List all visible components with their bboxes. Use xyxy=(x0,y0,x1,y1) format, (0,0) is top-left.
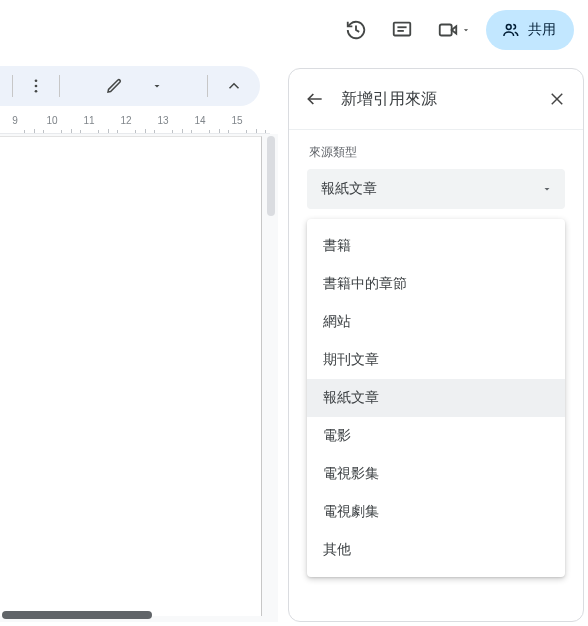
video-icon xyxy=(437,19,459,41)
ruler-tick xyxy=(98,130,99,133)
horizontal-ruler[interactable]: 9101112131415 xyxy=(0,112,270,134)
ruler-number: 13 xyxy=(157,115,168,126)
ruler-tick xyxy=(43,130,44,133)
pencil-icon xyxy=(105,77,123,95)
app-top-bar: 共用 xyxy=(0,0,588,60)
document-viewport xyxy=(0,134,278,622)
formatting-toolbar xyxy=(0,66,260,106)
ruler-tick xyxy=(209,130,210,133)
ruler-tick xyxy=(182,129,183,133)
source-type-option[interactable]: 電視影集 xyxy=(307,455,565,493)
ruler-tick xyxy=(191,130,192,133)
arrow-left-icon xyxy=(305,89,325,109)
ruler-tick xyxy=(108,129,109,133)
horizontal-scrollbar-thumb[interactable] xyxy=(2,611,152,619)
source-type-option[interactable]: 書籍中的章節 xyxy=(307,265,565,303)
toolbar-separator xyxy=(12,75,13,97)
source-type-dropdown: 書籍書籍中的章節網站期刊文章報紙文章電影電視影集電視劇集其他 xyxy=(307,219,565,577)
source-type-option[interactable]: 電視劇集 xyxy=(307,493,565,531)
ruler-tick xyxy=(228,130,229,133)
ruler-tick xyxy=(145,129,146,133)
ruler-tick xyxy=(246,130,247,133)
share-label: 共用 xyxy=(528,21,556,39)
close-panel-button[interactable] xyxy=(539,81,575,117)
source-type-option[interactable]: 期刊文章 xyxy=(307,341,565,379)
ruler-number: 15 xyxy=(231,115,242,126)
ruler-tick xyxy=(154,130,155,133)
source-type-option[interactable]: 其他 xyxy=(307,531,565,569)
ruler-number: 10 xyxy=(46,115,57,126)
ruler-number: 9 xyxy=(12,115,18,126)
ruler-tick xyxy=(135,130,136,133)
editing-mode-button[interactable] xyxy=(68,72,199,100)
svg-point-6 xyxy=(35,85,38,88)
ruler-number: 14 xyxy=(194,115,205,126)
people-icon xyxy=(502,21,520,39)
ruler-tick xyxy=(117,130,118,133)
source-type-label: 來源類型 xyxy=(309,144,565,161)
close-icon xyxy=(548,90,566,108)
caret-down-icon xyxy=(461,25,471,35)
ruler-tick xyxy=(34,129,35,133)
meet-button[interactable] xyxy=(428,10,480,50)
svg-rect-0 xyxy=(394,23,411,36)
ruler-tick xyxy=(219,129,220,133)
share-button[interactable]: 共用 xyxy=(486,10,574,50)
ruler-tick xyxy=(172,130,173,133)
source-type-option[interactable]: 書籍 xyxy=(307,227,565,265)
panel-title: 新增引用來源 xyxy=(341,89,531,110)
svg-point-4 xyxy=(506,25,511,30)
more-vertical-icon xyxy=(27,77,45,95)
toolbar-separator xyxy=(207,75,208,97)
caret-down-icon xyxy=(151,80,163,92)
more-options-button[interactable] xyxy=(21,72,51,100)
chevron-up-icon xyxy=(225,77,243,95)
source-type-option[interactable]: 報紙文章 xyxy=(307,379,565,417)
ruler-tick xyxy=(71,129,72,133)
source-type-select[interactable]: 報紙文章 xyxy=(307,169,565,209)
comments-button[interactable] xyxy=(382,10,422,50)
back-button[interactable] xyxy=(297,81,333,117)
vertical-scrollbar[interactable] xyxy=(264,134,278,608)
svg-rect-3 xyxy=(440,25,452,36)
citation-side-panel: 新增引用來源 來源類型 報紙文章 書籍書籍中的章節網站期刊文章報紙文章電影電視影… xyxy=(288,68,584,622)
history-button[interactable] xyxy=(336,10,376,50)
source-type-selected-value: 報紙文章 xyxy=(321,180,377,198)
panel-header: 新增引用來源 xyxy=(289,69,583,129)
collapse-toolbar-button[interactable] xyxy=(216,72,252,100)
vertical-scrollbar-thumb[interactable] xyxy=(267,136,275,216)
comment-icon xyxy=(391,19,413,41)
panel-body: 來源類型 報紙文章 xyxy=(289,129,583,209)
ruler-number: 12 xyxy=(120,115,131,126)
ruler-number: 11 xyxy=(83,115,94,126)
source-type-option[interactable]: 電影 xyxy=(307,417,565,455)
ruler-tick xyxy=(80,130,81,133)
document-page[interactable] xyxy=(0,136,262,616)
svg-point-5 xyxy=(35,79,38,82)
ruler-tick xyxy=(61,130,62,133)
history-icon xyxy=(345,19,367,41)
horizontal-scrollbar[interactable] xyxy=(0,608,264,622)
svg-point-7 xyxy=(35,90,38,93)
caret-down-icon xyxy=(541,183,553,195)
source-type-option[interactable]: 網站 xyxy=(307,303,565,341)
toolbar-separator xyxy=(59,75,60,97)
ruler-tick xyxy=(24,130,25,133)
ruler-tick xyxy=(256,129,257,133)
ruler-tick xyxy=(265,130,266,133)
